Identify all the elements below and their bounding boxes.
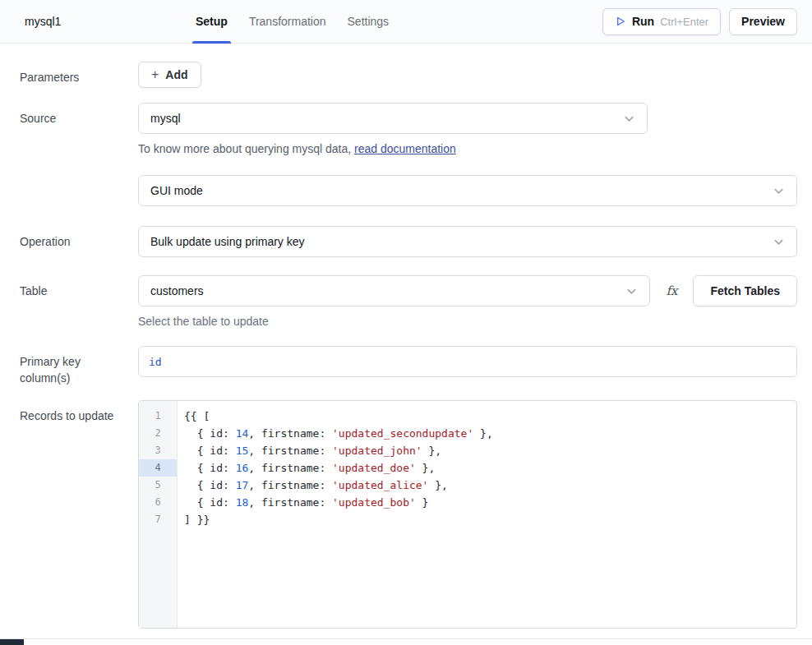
code-line: { id: 16, firstname: 'updated_doe' }, [178, 459, 796, 477]
records-code-editor[interactable]: 1234567 {{ [ { id: 14, firstname: 'updat… [138, 400, 797, 629]
add-parameter-button[interactable]: + Add [138, 62, 201, 88]
tab-transformation[interactable]: Transformation [249, 0, 326, 43]
parameters-label: Parameters [20, 62, 138, 103]
operation-label: Operation [20, 226, 138, 275]
primary-key-value: id [149, 356, 162, 368]
run-button[interactable]: Run Ctrl+Enter [602, 8, 721, 35]
run-label: Run [632, 15, 654, 28]
code-gutter: 1234567 [139, 401, 178, 628]
table-label: Table [20, 275, 138, 346]
bottom-left-bar [0, 639, 24, 645]
query-name: mysql1 [25, 15, 196, 28]
line-number: 4 [139, 459, 177, 477]
source-label: Source [20, 103, 138, 175]
source-value: mysql [150, 112, 181, 125]
mode-value: GUI mode [150, 184, 203, 197]
chevron-down-icon [773, 236, 785, 248]
query-editor-panel: mysql1 Setup Transformation Settings Run… [0, 0, 812, 629]
table-select[interactable]: customers [138, 275, 650, 306]
fetch-tables-button[interactable]: Fetch Tables [693, 275, 797, 306]
plus-icon: + [151, 68, 159, 81]
code-line: { id: 15, firstname: 'updated_john' }, [178, 442, 796, 459]
mode-select[interactable]: GUI mode [138, 175, 797, 206]
records-label: Records to update [20, 400, 138, 629]
line-number: 7 [139, 511, 177, 528]
line-number: 6 [139, 494, 177, 511]
query-header: mysql1 Setup Transformation Settings Run… [0, 0, 812, 44]
source-help-text: To know more about querying mysql data, … [138, 142, 797, 155]
fx-toggle[interactable]: fx [664, 283, 679, 298]
code-line: { id: 14, firstname: 'updated_secondupda… [178, 425, 796, 442]
operation-select[interactable]: Bulk update using primary key [138, 226, 797, 257]
tab-setup[interactable]: Setup [196, 0, 228, 43]
primary-key-input[interactable]: id [138, 346, 797, 377]
header-actions: Run Ctrl+Enter Preview [602, 8, 797, 35]
line-number: 2 [139, 425, 177, 442]
run-shortcut: Ctrl+Enter [660, 16, 708, 28]
code-line: { id: 17, firstname: 'updated_alice' }, [178, 477, 796, 494]
code-line: ] }} [178, 511, 796, 528]
line-number: 5 [139, 477, 177, 494]
chevron-down-icon [773, 185, 785, 197]
mode-label-spacer [20, 175, 138, 226]
read-documentation-link[interactable]: read documentation [354, 142, 456, 155]
line-number: 1 [139, 408, 177, 425]
preview-button[interactable]: Preview [729, 8, 797, 35]
tab-settings[interactable]: Settings [348, 0, 390, 43]
code-line: {{ [ [178, 408, 796, 425]
table-value: customers [150, 284, 204, 297]
table-help-text: Select the table to update [138, 315, 797, 328]
line-number: 3 [139, 442, 177, 459]
source-help-prefix: To know more about querying mysql data, [138, 142, 354, 155]
play-icon [615, 16, 626, 27]
query-form: Parameters + Add Source mysql To know mo… [0, 44, 812, 629]
primary-key-label: Primary key column(s) [20, 346, 138, 400]
add-label: Add [165, 68, 187, 81]
chevron-down-icon [623, 113, 635, 125]
bottom-divider [0, 638, 812, 639]
chevron-down-icon [625, 285, 638, 297]
source-select[interactable]: mysql [138, 103, 648, 134]
editor-tabs: Setup Transformation Settings [196, 0, 389, 43]
code-lines: {{ [ { id: 14, firstname: 'updated_secon… [178, 401, 796, 628]
operation-value: Bulk update using primary key [150, 235, 305, 248]
code-line: { id: 18, firstname: 'updated_bob' } [178, 494, 796, 511]
